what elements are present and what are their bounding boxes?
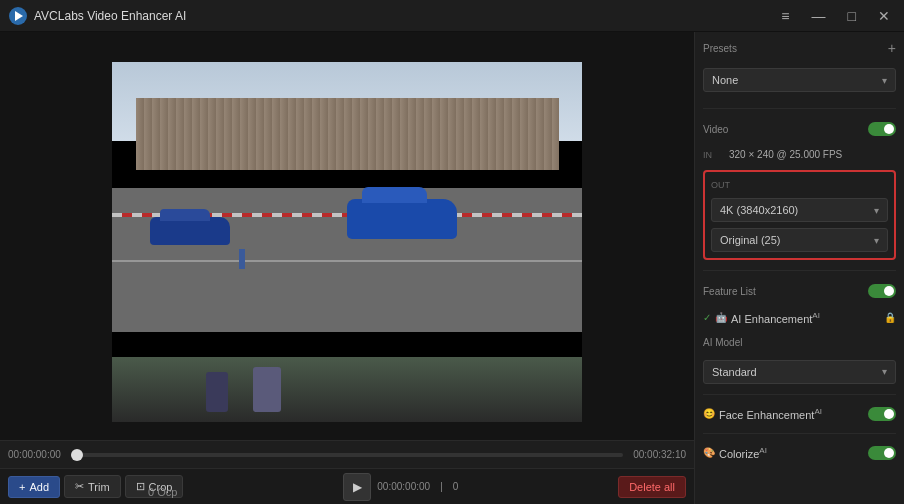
ai-model-dropdown[interactable]: Standard ▾ xyxy=(703,360,896,384)
frame-count: 0 xyxy=(453,481,459,492)
titlebar: AVCLabs Video Enhancer AI ≡ — □ ✕ xyxy=(0,0,904,32)
right-panel: Presets + None ▾ Video IN 320 × 240 @ 25… xyxy=(694,32,904,504)
lock-icon: 🔒 xyxy=(884,312,896,323)
app-title: AVCLabs Video Enhancer AI xyxy=(34,9,775,23)
timeline-track[interactable] xyxy=(71,453,623,457)
main-layout: 00:00:00:00 00:00:32:10 + Add ✂ Trim ⊡ C… xyxy=(0,32,904,504)
frame-count-separator: | xyxy=(440,481,443,492)
timeline-bar: 00:00:00:00 00:00:32:10 xyxy=(0,440,694,468)
video-container[interactable] xyxy=(112,62,582,422)
ai-enhancement-label: AI EnhancementAI xyxy=(731,311,880,325)
grandstand-seats xyxy=(136,98,559,170)
figure-1 xyxy=(206,372,228,412)
left-panel: 00:00:00:00 00:00:32:10 + Add ✂ Trim ⊡ C… xyxy=(0,32,694,504)
face-enhancement-row: 😊 Face EnhancementAI xyxy=(703,405,896,423)
ai-model-chevron-icon: ▾ xyxy=(882,366,887,377)
ai-enhancement-icon: 🤖 xyxy=(715,312,727,323)
ai-enhancement-check-icon: ✓ xyxy=(703,312,711,323)
colorize-toggle[interactable] xyxy=(868,446,896,460)
car-right xyxy=(347,199,457,239)
output-fps-value: Original (25) xyxy=(720,234,781,246)
face-enhancement-toggle[interactable] xyxy=(868,407,896,421)
presets-title: Presets xyxy=(703,43,737,54)
input-value: 320 × 240 @ 25.000 FPS xyxy=(729,149,842,160)
play-button[interactable]: ▶ xyxy=(343,473,371,501)
output-label: OUT xyxy=(711,180,731,190)
colorize-badge: AI xyxy=(759,446,767,455)
output-resolution-chevron-icon: ▾ xyxy=(874,205,879,216)
ai-enhancement-row: ✓ 🤖 AI EnhancementAI 🔒 xyxy=(703,309,896,327)
timeline-start-time: 00:00:00:00 xyxy=(8,449,63,460)
output-label-row: OUT xyxy=(711,178,888,192)
grandstand xyxy=(136,98,559,170)
trim-icon: ✂ xyxy=(75,480,84,493)
colorize-label: ColorizeAI xyxy=(719,446,864,460)
figure-2 xyxy=(253,367,281,412)
add-label: Add xyxy=(29,481,49,493)
car-left xyxy=(150,217,230,245)
feature-list-header: Feature List xyxy=(703,281,896,301)
feature-list-toggle[interactable] xyxy=(868,284,896,298)
menu-button[interactable]: ≡ xyxy=(775,6,795,26)
input-info-row: IN 320 × 240 @ 25.000 FPS xyxy=(703,147,896,162)
window-controls: ≡ — □ ✕ xyxy=(775,6,896,26)
trim-label: Trim xyxy=(88,481,110,493)
divider-1 xyxy=(703,108,896,109)
presets-add-button[interactable]: + xyxy=(888,40,896,56)
add-icon: + xyxy=(19,481,25,493)
output-resolution-dropdown[interactable]: 4K (3840x2160) ▾ xyxy=(711,198,888,222)
close-button[interactable]: ✕ xyxy=(872,6,896,26)
delete-all-button[interactable]: Delete all xyxy=(618,476,686,498)
ai-enhancement-badge: AI xyxy=(812,311,820,320)
output-fps-dropdown[interactable]: Original (25) ▾ xyxy=(711,228,888,252)
face-badge: AI xyxy=(814,407,822,416)
colorize-row: 🎨 ColorizeAI xyxy=(703,444,896,462)
preset-dropdown[interactable]: None ▾ xyxy=(703,68,896,92)
delete-all-label: Delete all xyxy=(629,481,675,493)
timeline-indicator[interactable] xyxy=(71,449,83,461)
feature-list-title: Feature List xyxy=(703,286,756,297)
trim-button[interactable]: ✂ Trim xyxy=(64,475,121,498)
play-time: 00:00:00:00 xyxy=(377,481,430,492)
video-toggle[interactable] xyxy=(868,122,896,136)
face-enhancement-icon: 😊 xyxy=(703,408,715,419)
output-fps-chevron-icon: ▾ xyxy=(874,235,879,246)
preset-value: None xyxy=(712,74,738,86)
person-figure xyxy=(239,249,245,269)
face-enhancement-label: Face EnhancementAI xyxy=(719,407,864,421)
video-title: Video xyxy=(703,124,728,135)
video-area xyxy=(0,32,694,440)
app-logo-icon xyxy=(8,6,28,26)
input-label: IN xyxy=(703,150,723,160)
output-resolution-value: 4K (3840x2160) xyxy=(720,204,798,216)
presets-header: Presets + xyxy=(703,40,896,56)
divider-3 xyxy=(703,394,896,395)
ai-model-label: AI Model xyxy=(703,337,896,348)
video-preview xyxy=(112,62,582,422)
crowd-area xyxy=(112,357,582,422)
timeline-end-time: 00:00:32:10 xyxy=(631,449,686,460)
preset-chevron-icon: ▾ xyxy=(882,75,887,86)
track-line xyxy=(112,260,582,262)
add-button[interactable]: + Add xyxy=(8,476,60,498)
crop-icon: ⊡ xyxy=(136,480,145,493)
bottom-toolbar: + Add ✂ Trim ⊡ Crop ▶ 00:00:00:00 | 0 De… xyxy=(0,468,694,504)
video-section-header: Video xyxy=(703,119,896,139)
maximize-button[interactable]: □ xyxy=(842,6,862,26)
divider-2 xyxy=(703,270,896,271)
minimize-button[interactable]: — xyxy=(806,6,832,26)
play-controls: ▶ 00:00:00:00 | 0 xyxy=(187,473,614,501)
ai-model-value: Standard xyxy=(712,366,757,378)
colorize-icon: 🎨 xyxy=(703,447,715,458)
output-section: OUT 4K (3840x2160) ▾ Original (25) ▾ xyxy=(703,170,896,260)
divider-4 xyxy=(703,433,896,434)
ocp-label: 0 Ocp xyxy=(148,486,177,498)
